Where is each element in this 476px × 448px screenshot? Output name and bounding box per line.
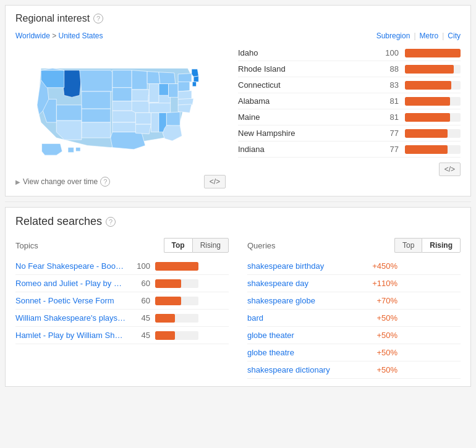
topic-bar-container xyxy=(155,297,198,305)
query-change: +50% xyxy=(363,348,397,357)
query-change: +50% xyxy=(363,313,397,323)
related-title-text: Related searches xyxy=(15,215,102,228)
region-name: Rhode Island xyxy=(238,64,374,74)
query-change: +70% xyxy=(363,296,397,305)
query-name[interactable]: shakespeare day xyxy=(247,279,359,288)
region-bar-fill xyxy=(405,65,454,74)
map-embed-button[interactable]: </> xyxy=(204,175,226,188)
region-name: New Hampshire xyxy=(238,129,374,138)
topic-bar-container xyxy=(155,314,198,323)
region-bar-container xyxy=(405,97,461,106)
view-change-section: ▶ View change over time ? </> xyxy=(15,175,226,188)
topic-name[interactable]: Sonnet - Poetic Verse Form xyxy=(15,296,127,305)
topic-bar-fill xyxy=(155,297,181,305)
topic-bar-container xyxy=(155,262,198,271)
region-row: Rhode Island 88 xyxy=(238,61,461,77)
queries-rising-tab[interactable]: Rising xyxy=(422,238,461,253)
query-row: shakespeare globe +70% xyxy=(247,292,461,310)
region-value: 88 xyxy=(380,64,399,74)
query-name[interactable]: shakespeare globe xyxy=(247,296,359,305)
view-change-help-icon[interactable]: ? xyxy=(100,177,110,187)
topic-value: 45 xyxy=(132,331,150,340)
region-bar-container xyxy=(405,129,461,138)
topics-rising-tab[interactable]: Rising xyxy=(192,238,229,253)
query-row: globe theater +50% xyxy=(247,327,461,344)
query-change: +110% xyxy=(363,279,397,288)
topic-row: No Fear Shakespeare - Book by... 100 xyxy=(15,258,229,275)
topic-row: Romeo and Juliet - Play by Willi... 60 xyxy=(15,275,229,292)
region-bar-container xyxy=(405,81,461,90)
regional-help-icon[interactable]: ? xyxy=(93,14,103,23)
region-name: Alabama xyxy=(238,96,374,106)
regional-content: Worldwide > United States xyxy=(15,32,461,188)
breadcrumb-separator: > xyxy=(50,32,59,40)
region-value: 77 xyxy=(380,129,399,138)
query-name[interactable]: globe theatre xyxy=(247,348,359,357)
topic-name[interactable]: William Shakespeare's plays - L... xyxy=(15,313,127,323)
region-bar-container xyxy=(405,65,461,74)
topic-bar-fill xyxy=(155,279,181,288)
city-tab[interactable]: City xyxy=(448,32,461,40)
view-change-link[interactable]: ▶ View change over time ? xyxy=(15,177,110,187)
queries-rows: shakespeare birthday +450% shakespeare d… xyxy=(247,258,461,379)
topics-tab-group: Top Rising xyxy=(164,238,229,253)
query-change: +50% xyxy=(363,365,397,374)
related-help-icon[interactable]: ? xyxy=(106,217,116,227)
region-value: 100 xyxy=(380,48,399,57)
expand-arrow-icon: ▶ xyxy=(15,179,20,185)
topic-name[interactable]: Romeo and Juliet - Play by Willi... xyxy=(15,279,127,288)
topic-bar-fill xyxy=(155,262,198,271)
query-row: shakespeare day +110% xyxy=(247,275,461,292)
query-row: globe theatre +50% xyxy=(247,344,461,361)
region-row: Indiana 77 xyxy=(238,142,461,158)
query-row: bard +50% xyxy=(247,310,461,327)
topics-top-tab[interactable]: Top xyxy=(164,238,192,253)
region-value: 81 xyxy=(380,112,399,122)
region-row: Alabama 81 xyxy=(238,93,461,109)
metro-tab[interactable]: Metro xyxy=(420,32,439,40)
regional-title-text: Regional interest xyxy=(15,13,90,24)
region-row: Maine 81 xyxy=(238,109,461,125)
region-rows: Idaho 100 Rhode Island 88 Connecticut 83… xyxy=(238,45,461,158)
query-name[interactable]: shakespeare birthday xyxy=(247,261,359,271)
region-row: New Hampshire 77 xyxy=(238,125,461,142)
query-name[interactable]: globe theater xyxy=(247,331,359,340)
rankings-embed-section: </> xyxy=(238,163,461,176)
topic-value: 60 xyxy=(132,296,150,305)
topic-name[interactable]: No Fear Shakespeare - Book by... xyxy=(15,261,127,271)
query-name[interactable]: bard xyxy=(247,313,359,323)
region-bar-fill xyxy=(405,145,448,154)
related-searches-section: Related searches ? Topics Top Rising No … xyxy=(5,207,471,387)
region-bar-container xyxy=(405,49,461,57)
queries-top-tab[interactable]: Top xyxy=(394,238,422,253)
map-svg xyxy=(15,45,213,169)
breadcrumb: Worldwide > United States xyxy=(15,32,226,40)
related-title: Related searches ? xyxy=(15,215,461,228)
region-bar-fill xyxy=(405,113,450,122)
region-name: Idaho xyxy=(238,48,374,57)
rankings-embed-button[interactable]: </> xyxy=(439,163,461,176)
region-bar-container xyxy=(405,145,461,154)
region-row: Connecticut 83 xyxy=(238,77,461,93)
topic-bar-container xyxy=(155,331,198,340)
region-bar-fill xyxy=(405,129,448,138)
region-value: 81 xyxy=(380,96,399,106)
topic-bar-fill xyxy=(155,314,175,323)
view-change-label: View change over time xyxy=(23,177,98,186)
breadcrumb-worldwide[interactable]: Worldwide xyxy=(15,32,50,40)
region-name: Connecticut xyxy=(238,80,374,90)
topics-header: Topics Top Rising xyxy=(15,238,229,253)
regional-interest-section: Regional interest ? Worldwide > United S… xyxy=(5,5,471,197)
breadcrumb-country[interactable]: United States xyxy=(59,32,103,40)
region-value: 83 xyxy=(380,80,399,90)
query-name[interactable]: shakespeare dictionary xyxy=(247,365,359,374)
subregion-tab[interactable]: Subregion xyxy=(376,32,410,40)
region-bar-fill xyxy=(405,49,461,57)
map-section: Worldwide > United States xyxy=(15,32,226,188)
topics-rows: No Fear Shakespeare - Book by... 100 Rom… xyxy=(15,258,229,344)
region-name: Indiana xyxy=(238,145,374,154)
queries-tab-group: Top Rising xyxy=(394,238,461,253)
svg-rect-0 xyxy=(76,148,81,151)
topic-name[interactable]: Hamlet - Play by William Shake... xyxy=(15,331,127,340)
query-change: +50% xyxy=(363,331,397,340)
